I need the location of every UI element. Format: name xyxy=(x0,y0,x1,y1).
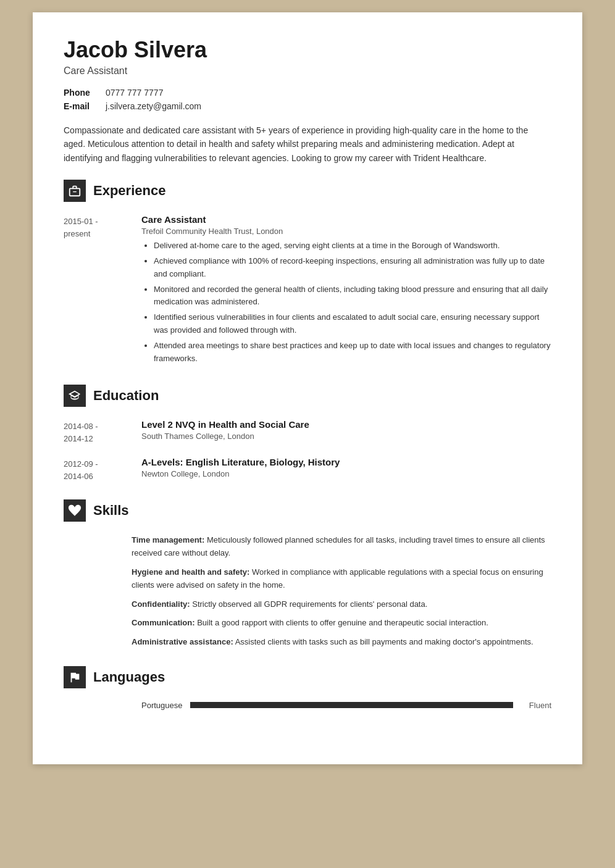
bullet-item: Identified serious vulnerabilities in fo… xyxy=(154,311,551,337)
candidate-title: Care Assistant xyxy=(64,65,551,77)
education-role-0: Level 2 NVQ in Health and Social Care xyxy=(141,419,551,430)
education-content-1: A-Levels: English Literature, Biology, H… xyxy=(141,457,551,482)
language-line-0: Portuguese Fluent xyxy=(64,701,551,710)
education-content-0: Level 2 NVQ in Health and Social Care So… xyxy=(141,419,551,444)
svg-rect-0 xyxy=(73,191,77,192)
graduation-icon xyxy=(68,389,82,403)
education-entry-0: 2014-08 - 2014-12 Level 2 NVQ in Health … xyxy=(64,419,551,444)
experience-role-0: Care Assistant xyxy=(141,214,551,225)
experience-title: Experience xyxy=(93,183,165,199)
phone-value: 0777 777 7777 xyxy=(106,88,163,98)
language-name-0: Portuguese xyxy=(64,701,183,710)
language-item-0: Portuguese Fluent xyxy=(64,701,551,710)
candidate-name: Jacob Silvera xyxy=(64,37,551,63)
summary-text: Compassionate and dedicated care assista… xyxy=(64,123,551,165)
skills-list: Time management: Meticulously followed p… xyxy=(64,534,551,649)
skill-desc-4: Assisted clients with tasks such as bill… xyxy=(235,637,533,646)
skill-name-4: Administrative assistance: xyxy=(132,637,233,646)
education-entry-1: 2012-09 - 2014-06 A-Levels: English Lite… xyxy=(64,457,551,482)
email-label: E-mail xyxy=(64,101,101,111)
education-org-1: Newton College, London xyxy=(141,469,551,478)
skill-name-1: Hygiene and health and safety: xyxy=(132,567,249,577)
skills-title: Skills xyxy=(93,503,128,519)
skill-item-2: Confidentiality: Strictly observed all G… xyxy=(132,598,551,611)
education-section: Education 2014-08 - 2014-12 Level 2 NVQ … xyxy=(64,385,551,482)
language-level-0: Fluent xyxy=(521,701,551,710)
experience-bullets-0: Delivered at-home care to the aged, serv… xyxy=(141,240,551,365)
languages-header: Languages xyxy=(64,666,551,691)
phone-row: Phone 0777 777 7777 xyxy=(64,88,551,98)
skill-name-0: Time management: xyxy=(132,535,204,545)
email-value: j.silvera.zety@gamil.com xyxy=(106,101,201,111)
experience-section: Experience 2015-01 - present Care Assist… xyxy=(64,180,551,367)
skills-header: Skills xyxy=(64,499,551,524)
skill-item-1: Hygiene and health and safety: Worked in… xyxy=(132,566,551,592)
skill-item-4: Administrative assistance: Assisted clie… xyxy=(132,636,551,649)
bullet-item: Monitored and recorded the general healt… xyxy=(154,283,551,309)
education-role-1: A-Levels: English Literature, Biology, H… xyxy=(141,457,551,467)
skill-desc-2: Strictly observed all GDPR requirements … xyxy=(192,599,427,609)
briefcase-icon xyxy=(68,184,82,198)
experience-org-0: Trefoil Community Health Trust, London xyxy=(141,227,551,236)
experience-date-0: 2015-01 - present xyxy=(64,214,132,367)
experience-icon xyxy=(64,180,86,202)
experience-entry-0: 2015-01 - present Care Assistant Trefoil… xyxy=(64,214,551,367)
resume-page: Jacob Silvera Care Assistant Phone 0777 … xyxy=(33,12,582,764)
education-title: Education xyxy=(93,388,159,404)
education-icon xyxy=(64,385,86,407)
bullet-item: Delivered at-home care to the aged, serv… xyxy=(154,240,551,252)
education-org-0: South Thames College, London xyxy=(141,432,551,441)
email-row: E-mail j.silvera.zety@gamil.com xyxy=(64,101,551,111)
skill-name-3: Communication: xyxy=(132,618,195,627)
phone-label: Phone xyxy=(64,88,101,98)
experience-header: Experience xyxy=(64,180,551,204)
experience-content-0: Care Assistant Trefoil Community Health … xyxy=(141,214,551,367)
languages-icon xyxy=(64,666,86,688)
languages-section: Languages Portuguese Fluent xyxy=(64,666,551,710)
skill-item-0: Time management: Meticulously followed p… xyxy=(132,534,551,560)
skills-icon xyxy=(64,499,86,522)
education-date-0: 2014-08 - 2014-12 xyxy=(64,419,132,444)
flag-icon xyxy=(68,670,82,684)
bullet-item: Attended area meetings to share best pra… xyxy=(154,340,551,365)
skills-section: Skills Time management: Meticulously fol… xyxy=(64,499,551,649)
education-date-1: 2012-09 - 2014-06 xyxy=(64,457,132,482)
bullet-item: Achieved compliance with 100% of record-… xyxy=(154,255,551,281)
language-bar-0 xyxy=(190,702,514,708)
skill-item-3: Communication: Built a good rapport with… xyxy=(132,617,551,630)
skill-desc-3: Built a good rapport with clients to off… xyxy=(197,618,488,627)
education-header: Education xyxy=(64,385,551,409)
header: Jacob Silvera Care Assistant Phone 0777 … xyxy=(64,37,551,111)
skill-name-2: Confidentiality: xyxy=(132,599,190,609)
heart-hand-icon xyxy=(68,504,82,517)
languages-title: Languages xyxy=(93,669,165,685)
